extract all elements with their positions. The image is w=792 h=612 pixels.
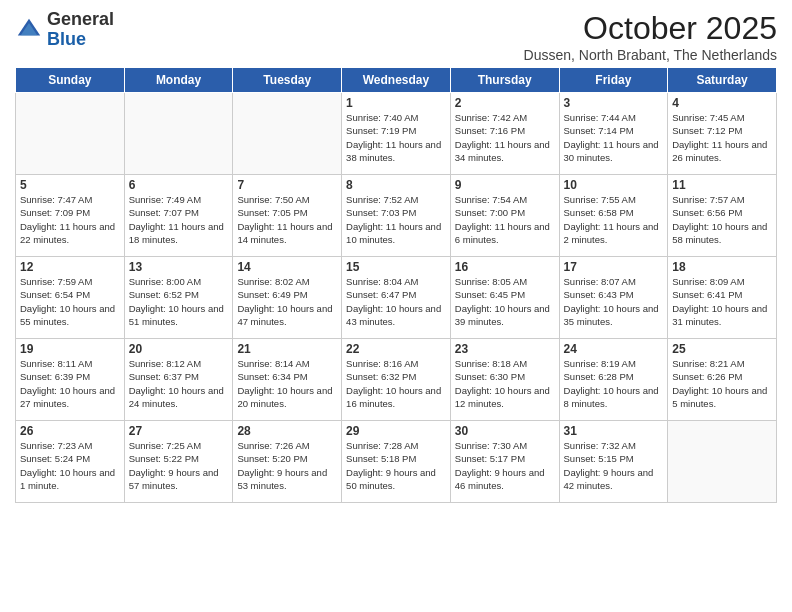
day-number: 28	[237, 424, 337, 438]
day-info: Sunrise: 8:09 AM Sunset: 6:41 PM Dayligh…	[672, 275, 772, 328]
calendar-cell-w2-d7: 11Sunrise: 7:57 AM Sunset: 6:56 PM Dayli…	[668, 175, 777, 257]
day-info: Sunrise: 7:50 AM Sunset: 7:05 PM Dayligh…	[237, 193, 337, 246]
day-number: 8	[346, 178, 446, 192]
logo-blue: Blue	[47, 29, 86, 49]
day-number: 26	[20, 424, 120, 438]
day-info: Sunrise: 8:00 AM Sunset: 6:52 PM Dayligh…	[129, 275, 229, 328]
day-number: 9	[455, 178, 555, 192]
day-info: Sunrise: 7:44 AM Sunset: 7:14 PM Dayligh…	[564, 111, 664, 164]
day-info: Sunrise: 7:54 AM Sunset: 7:00 PM Dayligh…	[455, 193, 555, 246]
day-info: Sunrise: 8:14 AM Sunset: 6:34 PM Dayligh…	[237, 357, 337, 410]
calendar-cell-w1-d2	[124, 93, 233, 175]
calendar-cell-w1-d7: 4Sunrise: 7:45 AM Sunset: 7:12 PM Daylig…	[668, 93, 777, 175]
calendar-cell-w1-d5: 2Sunrise: 7:42 AM Sunset: 7:16 PM Daylig…	[450, 93, 559, 175]
calendar-cell-w3-d7: 18Sunrise: 8:09 AM Sunset: 6:41 PM Dayli…	[668, 257, 777, 339]
day-info: Sunrise: 7:30 AM Sunset: 5:17 PM Dayligh…	[455, 439, 555, 492]
day-info: Sunrise: 7:28 AM Sunset: 5:18 PM Dayligh…	[346, 439, 446, 492]
day-number: 17	[564, 260, 664, 274]
calendar-cell-w4-d6: 24Sunrise: 8:19 AM Sunset: 6:28 PM Dayli…	[559, 339, 668, 421]
day-info: Sunrise: 7:52 AM Sunset: 7:03 PM Dayligh…	[346, 193, 446, 246]
day-number: 21	[237, 342, 337, 356]
calendar-cell-w4-d5: 23Sunrise: 8:18 AM Sunset: 6:30 PM Dayli…	[450, 339, 559, 421]
day-number: 30	[455, 424, 555, 438]
calendar-cell-w4-d4: 22Sunrise: 8:16 AM Sunset: 6:32 PM Dayli…	[342, 339, 451, 421]
location-subtitle: Dussen, North Brabant, The Netherlands	[524, 47, 777, 63]
calendar-cell-w3-d3: 14Sunrise: 8:02 AM Sunset: 6:49 PM Dayli…	[233, 257, 342, 339]
day-info: Sunrise: 7:42 AM Sunset: 7:16 PM Dayligh…	[455, 111, 555, 164]
calendar-cell-w2-d2: 6Sunrise: 7:49 AM Sunset: 7:07 PM Daylig…	[124, 175, 233, 257]
logo-general: General	[47, 9, 114, 29]
day-number: 4	[672, 96, 772, 110]
calendar-cell-w5-d2: 27Sunrise: 7:25 AM Sunset: 5:22 PM Dayli…	[124, 421, 233, 503]
day-info: Sunrise: 8:11 AM Sunset: 6:39 PM Dayligh…	[20, 357, 120, 410]
header-wednesday: Wednesday	[342, 68, 451, 93]
calendar-table: Sunday Monday Tuesday Wednesday Thursday…	[15, 67, 777, 503]
day-info: Sunrise: 7:47 AM Sunset: 7:09 PM Dayligh…	[20, 193, 120, 246]
day-info: Sunrise: 7:59 AM Sunset: 6:54 PM Dayligh…	[20, 275, 120, 328]
calendar-cell-w5-d7	[668, 421, 777, 503]
week-row-5: 26Sunrise: 7:23 AM Sunset: 5:24 PM Dayli…	[16, 421, 777, 503]
day-info: Sunrise: 8:12 AM Sunset: 6:37 PM Dayligh…	[129, 357, 229, 410]
calendar-cell-w5-d4: 29Sunrise: 7:28 AM Sunset: 5:18 PM Dayli…	[342, 421, 451, 503]
day-number: 10	[564, 178, 664, 192]
day-number: 19	[20, 342, 120, 356]
day-number: 5	[20, 178, 120, 192]
header-saturday: Saturday	[668, 68, 777, 93]
calendar-cell-w2-d5: 9Sunrise: 7:54 AM Sunset: 7:00 PM Daylig…	[450, 175, 559, 257]
month-title: October 2025	[524, 10, 777, 47]
day-info: Sunrise: 7:25 AM Sunset: 5:22 PM Dayligh…	[129, 439, 229, 492]
day-info: Sunrise: 7:26 AM Sunset: 5:20 PM Dayligh…	[237, 439, 337, 492]
day-info: Sunrise: 8:21 AM Sunset: 6:26 PM Dayligh…	[672, 357, 772, 410]
day-info: Sunrise: 8:07 AM Sunset: 6:43 PM Dayligh…	[564, 275, 664, 328]
title-block: October 2025 Dussen, North Brabant, The …	[524, 10, 777, 63]
day-number: 16	[455, 260, 555, 274]
header-friday: Friday	[559, 68, 668, 93]
header-thursday: Thursday	[450, 68, 559, 93]
header-tuesday: Tuesday	[233, 68, 342, 93]
calendar-cell-w2-d3: 7Sunrise: 7:50 AM Sunset: 7:05 PM Daylig…	[233, 175, 342, 257]
day-number: 7	[237, 178, 337, 192]
day-number: 24	[564, 342, 664, 356]
day-number: 18	[672, 260, 772, 274]
day-info: Sunrise: 8:04 AM Sunset: 6:47 PM Dayligh…	[346, 275, 446, 328]
calendar-cell-w2-d6: 10Sunrise: 7:55 AM Sunset: 6:58 PM Dayli…	[559, 175, 668, 257]
calendar-cell-w5-d1: 26Sunrise: 7:23 AM Sunset: 5:24 PM Dayli…	[16, 421, 125, 503]
calendar-cell-w4-d7: 25Sunrise: 8:21 AM Sunset: 6:26 PM Dayli…	[668, 339, 777, 421]
calendar-cell-w5-d3: 28Sunrise: 7:26 AM Sunset: 5:20 PM Dayli…	[233, 421, 342, 503]
day-info: Sunrise: 7:45 AM Sunset: 7:12 PM Dayligh…	[672, 111, 772, 164]
logo-text: General Blue	[47, 10, 114, 50]
logo: General Blue	[15, 10, 114, 50]
day-info: Sunrise: 7:57 AM Sunset: 6:56 PM Dayligh…	[672, 193, 772, 246]
day-number: 29	[346, 424, 446, 438]
day-info: Sunrise: 8:16 AM Sunset: 6:32 PM Dayligh…	[346, 357, 446, 410]
calendar-cell-w1-d3	[233, 93, 342, 175]
calendar-cell-w2-d1: 5Sunrise: 7:47 AM Sunset: 7:09 PM Daylig…	[16, 175, 125, 257]
day-number: 23	[455, 342, 555, 356]
week-row-1: 1Sunrise: 7:40 AM Sunset: 7:19 PM Daylig…	[16, 93, 777, 175]
day-number: 22	[346, 342, 446, 356]
calendar-cell-w1-d1	[16, 93, 125, 175]
day-info: Sunrise: 7:40 AM Sunset: 7:19 PM Dayligh…	[346, 111, 446, 164]
header-sunday: Sunday	[16, 68, 125, 93]
day-number: 31	[564, 424, 664, 438]
day-info: Sunrise: 8:19 AM Sunset: 6:28 PM Dayligh…	[564, 357, 664, 410]
day-number: 2	[455, 96, 555, 110]
day-number: 6	[129, 178, 229, 192]
day-info: Sunrise: 8:02 AM Sunset: 6:49 PM Dayligh…	[237, 275, 337, 328]
calendar-cell-w4-d1: 19Sunrise: 8:11 AM Sunset: 6:39 PM Dayli…	[16, 339, 125, 421]
calendar-cell-w5-d5: 30Sunrise: 7:30 AM Sunset: 5:17 PM Dayli…	[450, 421, 559, 503]
day-info: Sunrise: 7:23 AM Sunset: 5:24 PM Dayligh…	[20, 439, 120, 492]
calendar-cell-w3-d6: 17Sunrise: 8:07 AM Sunset: 6:43 PM Dayli…	[559, 257, 668, 339]
day-number: 1	[346, 96, 446, 110]
day-info: Sunrise: 8:05 AM Sunset: 6:45 PM Dayligh…	[455, 275, 555, 328]
calendar-cell-w1-d6: 3Sunrise: 7:44 AM Sunset: 7:14 PM Daylig…	[559, 93, 668, 175]
calendar-header-row: Sunday Monday Tuesday Wednesday Thursday…	[16, 68, 777, 93]
calendar-cell-w1-d4: 1Sunrise: 7:40 AM Sunset: 7:19 PM Daylig…	[342, 93, 451, 175]
day-number: 14	[237, 260, 337, 274]
calendar-cell-w2-d4: 8Sunrise: 7:52 AM Sunset: 7:03 PM Daylig…	[342, 175, 451, 257]
day-number: 15	[346, 260, 446, 274]
calendar-cell-w3-d4: 15Sunrise: 8:04 AM Sunset: 6:47 PM Dayli…	[342, 257, 451, 339]
day-number: 12	[20, 260, 120, 274]
day-number: 3	[564, 96, 664, 110]
calendar-cell-w4-d2: 20Sunrise: 8:12 AM Sunset: 6:37 PM Dayli…	[124, 339, 233, 421]
